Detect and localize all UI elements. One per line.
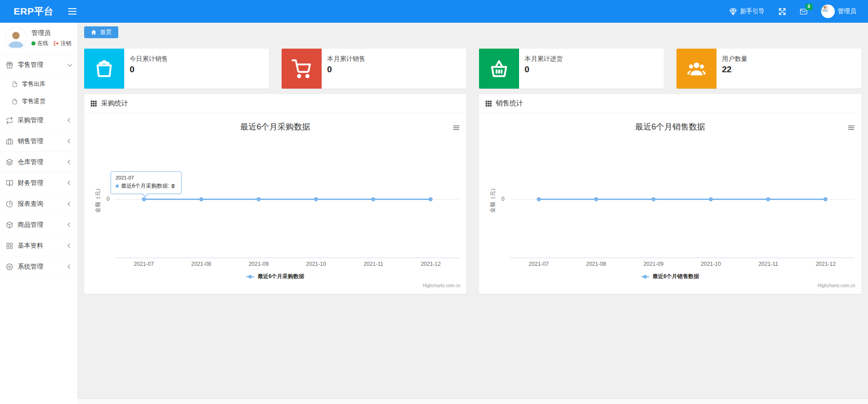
data-point[interactable]	[314, 197, 318, 201]
box-icon	[6, 221, 13, 229]
hamburger-icon	[68, 11, 76, 12]
data-point[interactable]	[537, 197, 541, 201]
data-point[interactable]	[594, 197, 598, 201]
chevron-left-icon	[68, 160, 72, 165]
chart-panels-row: 采购统计 最近6个月采购数据 金额（元） 0	[84, 94, 861, 294]
card-label: 用户数量	[722, 55, 747, 63]
data-point[interactable]	[709, 197, 713, 201]
x-tick: 2021-12	[797, 261, 854, 267]
chevron-down-icon	[68, 62, 72, 66]
legend-item[interactable]: 最近6个月采购数据	[84, 273, 466, 280]
pie-chart-icon	[6, 200, 13, 208]
message-count-badge: 0	[806, 4, 812, 10]
sidebar-item-label: 零售退货	[22, 97, 45, 105]
legend-label: 最近6个月销售数据	[652, 273, 699, 280]
gem-icon	[729, 8, 737, 15]
sidebar-item-label: 零售出库	[22, 80, 45, 88]
sidebar-item-warehouse[interactable]: 仓库管理	[0, 152, 77, 173]
highcharts-credits-link[interactable]: Highcharts.com.cn	[423, 283, 460, 288]
tooltip-series-label: 最近6个月采购数据:	[121, 182, 169, 190]
series-line	[539, 199, 826, 200]
data-point[interactable]	[823, 197, 828, 201]
highcharts-credits-link[interactable]: Highcharts.com.cn	[818, 283, 855, 288]
repeat-icon	[6, 117, 13, 124]
panel-title: 采购统计	[101, 99, 128, 108]
sidebar-item-purchase[interactable]: 采购管理	[0, 110, 77, 131]
data-point[interactable]	[371, 197, 375, 201]
legend-item[interactable]: 最近6个月销售数据	[479, 273, 861, 280]
fullscreen-button[interactable]	[778, 8, 786, 15]
logout-label: 注销	[61, 40, 71, 47]
breadcrumb-tab-home[interactable]: 首页	[84, 26, 118, 38]
online-status-label: 在线	[37, 40, 48, 47]
th-grid-icon	[485, 100, 492, 107]
chevron-left-icon	[68, 264, 72, 269]
sales-chart: 最近6个月销售数据 金额（元） 0 2021-0	[479, 113, 861, 293]
x-tick: 2021-10	[288, 261, 345, 267]
sidebar-toggle-button[interactable]	[63, 6, 82, 16]
x-tick: 2021-08	[567, 261, 625, 267]
chevron-left-icon	[68, 139, 72, 144]
breadcrumb-label: 首页	[100, 28, 112, 36]
shopping-cart-icon	[292, 59, 312, 79]
tooltip-value: 0	[172, 183, 175, 190]
messages-button[interactable]: 0	[800, 8, 807, 15]
data-point[interactable]	[257, 197, 261, 201]
sidebar-item-sales[interactable]: 销售管理	[0, 131, 77, 152]
y-axis-tick: 0	[496, 196, 505, 202]
data-point[interactable]	[651, 197, 656, 201]
legend-label: 最近6个月采购数据	[257, 273, 304, 280]
chevron-left-icon	[68, 244, 72, 248]
main-content: 首页 今日累计销售 0 本月累计销售 0	[77, 23, 868, 404]
layers-icon	[6, 159, 13, 166]
sidebar-item-finance[interactable]: 财务管理	[0, 173, 77, 194]
file-icon	[12, 81, 18, 87]
stat-cards-row: 今日累计销售 0 本月累计销售 0 本月累计进货 0	[84, 49, 861, 89]
sidebar-item-label: 系统管理	[18, 263, 68, 271]
book-open-icon	[6, 180, 13, 187]
user-menu[interactable]: 管理员	[821, 5, 857, 18]
sidebar-submenu-retail: 零售出库 零售退货	[0, 75, 77, 110]
card-value: 0	[327, 65, 365, 75]
card-value: 0	[130, 65, 168, 75]
sign-out-icon	[53, 40, 59, 46]
card-icon-area	[84, 49, 124, 89]
card-icon-area	[282, 49, 322, 89]
sidebar-item-goods[interactable]: 商品管理	[0, 214, 77, 235]
sales-stats-panel: 销售统计 最近6个月销售数据 金额（元） 0	[479, 94, 861, 294]
sidebar-item-retail[interactable]: 零售管理	[0, 55, 77, 75]
app-brand[interactable]: ERP平台	[0, 5, 63, 18]
x-tick: 2021-11	[345, 261, 402, 267]
x-tick: 2021-08	[172, 261, 230, 267]
grid-icon	[6, 242, 13, 249]
sidebar-item-retail-return[interactable]: 零售退货	[0, 93, 77, 110]
sidebar-item-label: 基本资料	[18, 242, 68, 250]
purchase-stats-panel: 采购统计 最近6个月采购数据 金额（元） 0	[84, 94, 466, 294]
guide-link[interactable]: 新手引导	[729, 7, 765, 15]
expand-arrows-icon	[778, 8, 786, 15]
x-tick: 2021-11	[740, 261, 797, 267]
sidebar-item-label: 财务管理	[18, 179, 68, 187]
panel-header: 采购统计	[84, 94, 466, 113]
x-tick: 2021-07	[510, 261, 567, 267]
sidebar-item-reports[interactable]: 报表查询	[0, 194, 77, 214]
x-tick: 2021-07	[115, 261, 172, 267]
data-point[interactable]	[142, 197, 146, 201]
data-point[interactable]	[429, 197, 433, 201]
series-marker-icon	[116, 185, 119, 188]
x-tick: 2021-12	[402, 261, 459, 267]
sidebar-item-basic-data[interactable]: 基本资料	[0, 235, 77, 256]
stat-card-month-purchase: 本月累计进货 0	[479, 49, 664, 89]
y-axis-label: 金额（元）	[94, 185, 102, 213]
sidebar-item-retail-outbound[interactable]: 零售出库	[0, 75, 77, 93]
sidebar-item-system[interactable]: 系统管理	[0, 256, 77, 277]
data-point[interactable]	[766, 197, 770, 201]
chevron-left-icon	[68, 202, 72, 206]
avatar	[821, 5, 835, 18]
series-line	[144, 199, 431, 200]
x-axis-labels: 2021-07 2021-08 2021-09 2021-10 2021-11 …	[510, 261, 854, 267]
chart-tooltip: 2021-07 最近6个月采购数据: 0	[111, 171, 182, 194]
logout-link[interactable]: 注销	[53, 40, 71, 47]
data-point[interactable]	[199, 197, 203, 201]
card-value: 22	[722, 65, 747, 75]
